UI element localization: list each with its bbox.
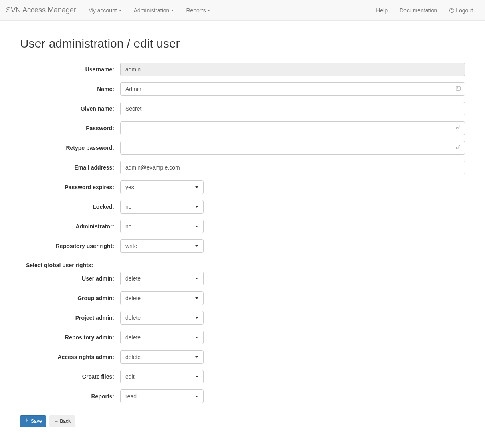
row-reports: Reports: read [20,389,465,403]
select-value: edit [125,373,135,380]
select-value: read [125,393,137,400]
select-value: delete [125,295,141,301]
caret-icon [195,396,198,397]
edit-user-form: Username: Name: Given name: Password: [20,63,465,427]
label-project-admin: Project admin: [20,315,120,321]
repository-admin-select[interactable]: delete [120,331,204,344]
nav-documentation[interactable]: Documentation [394,1,443,20]
label-reports: Reports: [20,393,120,400]
caret-icon [195,297,198,299]
group-admin-select[interactable]: delete [120,291,204,305]
row-password: Password: [20,121,465,135]
label-access-rights-admin: Access rights admin: [20,354,120,360]
row-project-admin: Project admin: delete [20,311,465,325]
power-icon [449,8,454,13]
label-group-admin: Group admin: [20,295,120,301]
caret-icon [207,10,210,11]
button-row: Save ← Back [20,415,465,427]
retype-password-input[interactable] [120,141,465,155]
back-button[interactable]: ← Back [49,415,75,427]
row-password-expires: Password expires: yes [20,180,465,194]
administrator-select[interactable]: no [120,220,204,233]
select-value: no [125,204,132,210]
nav-logout[interactable]: Logout [443,1,479,20]
row-retype-password: Retype password: [20,141,465,155]
main-container: User administration / edit user Username… [14,37,471,427]
nav-administration[interactable]: Administration [128,1,180,20]
select-value: no [125,223,132,230]
row-repository-admin: Repository admin: delete [20,331,465,344]
label-password-expires: Password expires: [20,184,120,190]
nav-reports[interactable]: Reports [180,1,216,20]
row-email: Email address: [20,161,465,174]
save-icon [24,418,29,425]
name-input[interactable] [120,82,465,96]
page-title: User administration / edit user [20,37,465,50]
label-create-files: Create files: [20,373,120,380]
back-label: Back [60,418,71,425]
save-button[interactable]: Save [20,415,46,427]
nav-label: Reports [186,7,206,14]
label-given-name: Given name: [20,105,120,112]
caret-icon [195,376,198,377]
navbar-left: SVN Access Manager My account Administra… [6,0,216,20]
caret-icon [195,317,198,319]
given-name-input[interactable] [120,102,465,115]
label-username: Username: [20,66,120,73]
caret-icon [195,226,198,227]
caret-icon [195,206,198,208]
nav-label: Administration [134,7,170,14]
select-value: write [125,243,137,249]
select-value: yes [125,184,134,190]
save-label: Save [31,418,42,425]
caret-icon [195,245,198,247]
row-create-files: Create files: edit [20,370,465,383]
row-name: Name: [20,82,465,96]
row-locked: Locked: no [20,200,465,214]
label-name: Name: [20,86,120,92]
navbar-brand[interactable]: SVN Access Manager [6,0,82,20]
row-repo-user-right: Repository user right: write [20,239,465,253]
email-input[interactable] [120,161,465,174]
row-username: Username: [20,63,465,76]
label-administrator: Administrator: [20,223,120,230]
select-value: delete [125,334,141,341]
row-group-admin: Group admin: delete [20,291,465,305]
arrow-left-icon: ← [54,418,59,425]
label-retype-password: Retype password: [20,145,120,151]
caret-icon [119,10,122,11]
label-repository-admin: Repository admin: [20,334,120,341]
repo-user-right-select[interactable]: write [120,239,204,253]
password-expires-select[interactable]: yes [120,180,204,194]
caret-icon [171,10,174,11]
create-files-select[interactable]: edit [120,370,204,383]
global-rights-heading: Select global user rights: [20,259,465,272]
nav-label: Logout [456,7,473,14]
row-administrator: Administrator: no [20,220,465,233]
user-admin-select[interactable]: delete [120,272,204,285]
row-access-rights-admin: Access rights admin: delete [20,350,465,364]
navbar: SVN Access Manager My account Administra… [0,0,485,21]
nav-help[interactable]: Help [370,1,394,20]
select-value: delete [125,354,141,360]
access-rights-admin-select[interactable]: delete [120,350,204,364]
label-password: Password: [20,125,120,131]
nav-label: My account [88,7,117,14]
page-header: User administration / edit user [20,37,465,54]
row-given-name: Given name: [20,102,465,115]
locked-select[interactable]: no [120,200,204,214]
caret-icon [195,356,198,358]
navbar-right: Help Documentation Logout [370,1,479,20]
caret-icon [195,186,198,188]
caret-icon [195,278,198,279]
username-input [120,63,465,76]
reports-select[interactable]: read [120,389,204,403]
nav-my-account[interactable]: My account [82,1,128,20]
label-locked: Locked: [20,204,120,210]
row-user-admin: User admin: delete [20,272,465,285]
label-email: Email address: [20,164,120,171]
select-value: delete [125,275,141,282]
caret-icon [195,337,198,338]
password-input[interactable] [120,121,465,135]
project-admin-select[interactable]: delete [120,311,204,325]
